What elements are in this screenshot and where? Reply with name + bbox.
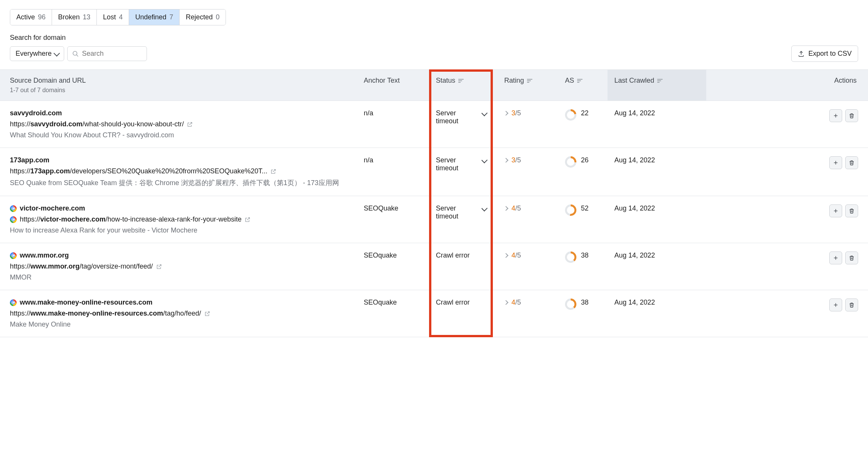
plus-icon: [833, 302, 839, 308]
rating-current: 4: [511, 299, 515, 306]
external-link-icon[interactable]: [204, 311, 210, 317]
cell-status[interactable]: Server timeout: [429, 156, 497, 187]
tab-broken[interactable]: Broken13: [52, 9, 97, 25]
cell-rating[interactable]: 3/5: [497, 109, 558, 139]
delete-button[interactable]: [845, 299, 858, 311]
add-button[interactable]: [829, 156, 842, 169]
rating-current: 4: [511, 204, 515, 212]
delete-button[interactable]: [845, 109, 858, 122]
add-button[interactable]: [829, 109, 842, 122]
column-anchor-label: Anchor Text: [364, 77, 400, 85]
search-scope-dropdown[interactable]: Everywhere: [10, 46, 64, 61]
as-donut-icon: [565, 109, 576, 121]
cell-anchor: n/a: [357, 156, 429, 187]
as-donut-icon: [565, 156, 576, 168]
trash-icon: [849, 113, 855, 119]
source-domain[interactable]: 173app.com: [10, 156, 49, 164]
cell-actions: [706, 251, 868, 281]
cell-status[interactable]: Crawl error: [429, 299, 497, 328]
url-line: https://www.make-money-online-resources.…: [10, 310, 350, 317]
as-value: 22: [581, 109, 589, 117]
cell-as: 52: [558, 204, 608, 234]
status-value: Server timeout: [436, 156, 478, 172]
plus-icon: [833, 208, 839, 214]
trash-icon: [849, 255, 855, 261]
cell-status[interactable]: Server timeout: [429, 109, 497, 139]
chevron-down-icon[interactable]: [481, 157, 488, 163]
chevron-right-icon: [503, 111, 508, 116]
column-status-label: Status: [436, 77, 455, 85]
chevron-right-icon: [503, 300, 508, 305]
external-link-icon[interactable]: [187, 121, 193, 127]
source-url[interactable]: https://www.make-money-online-resources.…: [10, 310, 201, 317]
tab-lost[interactable]: Lost4: [97, 9, 129, 25]
delete-button[interactable]: [845, 156, 858, 169]
plus-icon: [833, 160, 839, 166]
source-domain[interactable]: www.mmor.org: [20, 251, 69, 259]
external-link-icon[interactable]: [270, 168, 276, 174]
tab-label: Lost: [103, 13, 116, 21]
url-line: https://173app.com/developers/SEO%20Quak…: [10, 167, 350, 175]
source-url[interactable]: https://victor-mochere.com/how-to-increa…: [20, 215, 241, 223]
tab-count: 13: [83, 13, 90, 21]
column-last-crawled[interactable]: Last Crawled: [608, 70, 706, 101]
search-row: Everywhere Export to CSV: [10, 46, 858, 62]
tab-rejected[interactable]: Rejected0: [180, 9, 226, 25]
source-domain[interactable]: savvydroid.com: [10, 109, 62, 117]
column-source-sub: 1-7 out of 7 domains: [10, 87, 65, 94]
delete-button[interactable]: [845, 204, 858, 217]
cell-anchor: SEOquake: [357, 299, 429, 328]
as-donut-icon: [565, 299, 576, 310]
sort-icon: [527, 79, 532, 83]
tab-label: Undefined: [135, 13, 166, 21]
tab-active[interactable]: Active96: [10, 9, 52, 25]
cell-rating[interactable]: 4/5: [497, 299, 558, 328]
cell-status[interactable]: Crawl error: [429, 251, 497, 281]
column-rating[interactable]: Rating: [497, 70, 558, 101]
cell-anchor: n/a: [357, 109, 429, 139]
search-scope-value: Everywhere: [16, 50, 52, 58]
source-domain[interactable]: victor-mochere.com: [20, 204, 85, 212]
tab-label: Broken: [58, 13, 80, 21]
url-line: https://www.mmor.org/tag/oversize-mont/f…: [10, 262, 350, 270]
column-as[interactable]: AS: [558, 70, 608, 101]
chevron-down-icon[interactable]: [481, 205, 488, 212]
table-row: www.make-money-online-resources.com http…: [0, 290, 868, 337]
plus-icon: [833, 113, 839, 119]
delete-button[interactable]: [845, 251, 858, 264]
trash-icon: [849, 302, 855, 308]
cell-source: 173app.com https://173app.com/developers…: [0, 156, 357, 187]
source-url[interactable]: https://savvydroid.com/what-should-you-k…: [10, 120, 184, 128]
cell-rating[interactable]: 3/5: [497, 156, 558, 187]
table-row: savvydroid.com https://savvydroid.com/wh…: [0, 101, 868, 148]
sort-icon: [657, 79, 663, 83]
tab-label: Active: [16, 13, 35, 21]
chevron-down-icon[interactable]: [481, 110, 488, 116]
cell-rating[interactable]: 4/5: [497, 204, 558, 234]
external-link-icon[interactable]: [156, 264, 162, 270]
add-button[interactable]: [829, 251, 842, 264]
source-url[interactable]: https://www.mmor.org/tag/oversize-mont/f…: [10, 262, 153, 270]
plus-icon: [833, 255, 839, 261]
column-anchor[interactable]: Anchor Text: [357, 70, 429, 101]
search-input[interactable]: [82, 50, 142, 58]
cell-rating[interactable]: 4/5: [497, 251, 558, 281]
chevron-right-icon: [503, 206, 508, 211]
as-value: 38: [581, 251, 589, 259]
column-source[interactable]: Source Domain and URL 1-7 out of 7 domai…: [0, 70, 357, 101]
cell-status[interactable]: Server timeout: [429, 204, 497, 234]
source-domain[interactable]: www.make-money-online-resources.com: [20, 299, 152, 306]
tab-undefined[interactable]: Undefined7: [129, 9, 180, 25]
cell-source: savvydroid.com https://savvydroid.com/wh…: [0, 109, 357, 139]
add-button[interactable]: [829, 299, 842, 311]
external-link-icon[interactable]: [245, 217, 251, 223]
source-page-title: SEO Quake from SEOQuake Team 提供：谷歌 Chrom…: [10, 178, 350, 187]
cell-as: 38: [558, 299, 608, 328]
tab-count: 0: [216, 13, 219, 21]
column-status[interactable]: Status: [429, 70, 497, 101]
cell-anchor: SEOQuake: [357, 204, 429, 234]
add-button[interactable]: [829, 204, 842, 217]
export-csv-button[interactable]: Export to CSV: [791, 46, 858, 62]
source-url[interactable]: https://173app.com/developers/SEO%20Quak…: [10, 167, 267, 175]
chevron-down-icon: [54, 50, 60, 57]
